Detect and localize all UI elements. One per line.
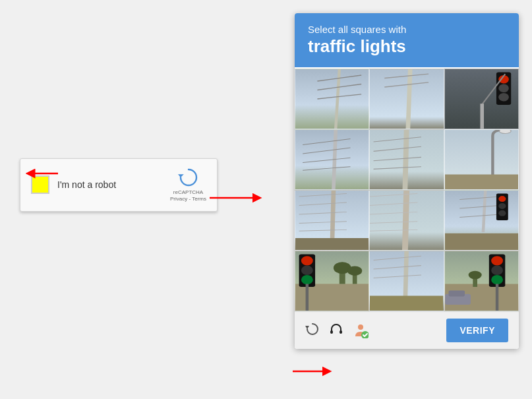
grid-cell-2-3[interactable] bbox=[444, 129, 519, 190]
grid-cell-3-1[interactable] bbox=[295, 190, 369, 251]
svg-rect-39 bbox=[295, 238, 369, 250]
svg-line-12 bbox=[385, 74, 429, 78]
grid-cell-1-3[interactable] bbox=[444, 69, 519, 129]
svg-line-29 bbox=[374, 167, 421, 169]
refresh-icon[interactable] bbox=[305, 322, 320, 340]
svg-line-21 bbox=[303, 139, 350, 145]
svg-point-58 bbox=[301, 256, 313, 265]
svg-line-11 bbox=[408, 69, 410, 129]
svg-line-22 bbox=[303, 148, 350, 154]
svg-line-34 bbox=[299, 194, 347, 197]
svg-line-43 bbox=[370, 212, 417, 214]
captcha-footer: VERIFY bbox=[295, 311, 519, 349]
svg-point-59 bbox=[301, 266, 313, 275]
svg-line-44 bbox=[370, 222, 417, 224]
svg-point-73 bbox=[491, 256, 503, 265]
svg-line-23 bbox=[303, 158, 350, 162]
svg-point-51 bbox=[498, 196, 506, 202]
grid-cell-3-3[interactable] bbox=[444, 190, 519, 251]
svg-point-75 bbox=[491, 275, 503, 284]
svg-rect-82 bbox=[330, 330, 333, 334]
svg-line-36 bbox=[299, 212, 347, 214]
svg-marker-0 bbox=[178, 174, 184, 177]
person-check-icon[interactable] bbox=[353, 322, 369, 338]
svg-point-17 bbox=[498, 93, 509, 102]
grid-cell-2-2[interactable] bbox=[369, 129, 444, 190]
svg-line-35 bbox=[299, 202, 347, 206]
svg-line-45 bbox=[370, 230, 417, 231]
recaptcha-widget: I'm not a robot reCAPTCHA Privacy - Term… bbox=[20, 158, 218, 212]
svg-line-26 bbox=[374, 137, 421, 142]
svg-rect-83 bbox=[340, 330, 342, 334]
captcha-instruction: Select all squares with bbox=[308, 24, 506, 35]
svg-marker-81 bbox=[305, 326, 309, 329]
arrow-to-person bbox=[293, 361, 332, 381]
svg-point-65 bbox=[347, 266, 362, 276]
svg-line-48 bbox=[459, 206, 500, 209]
svg-line-42 bbox=[370, 202, 417, 206]
svg-rect-78 bbox=[448, 290, 464, 296]
not-robot-checkbox[interactable] bbox=[31, 175, 49, 194]
recaptcha-branding: reCAPTCHA Privacy - Terms bbox=[170, 189, 206, 203]
svg-line-41 bbox=[370, 194, 417, 197]
svg-line-37 bbox=[299, 222, 347, 224]
recaptcha-logo: reCAPTCHA Privacy - Terms bbox=[170, 167, 206, 203]
svg-line-69 bbox=[374, 275, 421, 278]
not-robot-label: I'm not a robot bbox=[57, 179, 162, 190]
svg-line-38 bbox=[299, 230, 347, 231]
svg-line-68 bbox=[374, 266, 421, 269]
grid-cell-4-3[interactable] bbox=[444, 251, 519, 311]
recaptcha-icon bbox=[178, 167, 199, 188]
captcha-image-grid bbox=[295, 67, 519, 311]
grid-cell-2-1[interactable] bbox=[295, 129, 369, 190]
grid-cell-4-2[interactable] bbox=[369, 251, 444, 311]
svg-line-49 bbox=[459, 214, 500, 218]
captcha-header: Select all squares with traffic lights bbox=[295, 13, 519, 67]
svg-line-46 bbox=[483, 191, 485, 232]
svg-point-16 bbox=[498, 84, 509, 93]
svg-rect-70 bbox=[370, 296, 443, 311]
svg-rect-19 bbox=[480, 104, 484, 129]
svg-rect-61 bbox=[306, 284, 309, 311]
svg-point-60 bbox=[301, 275, 313, 284]
svg-point-80 bbox=[468, 271, 481, 280]
svg-rect-76 bbox=[495, 284, 498, 311]
svg-point-74 bbox=[491, 266, 503, 275]
svg-line-24 bbox=[303, 167, 350, 170]
svg-point-31 bbox=[499, 130, 511, 133]
audio-icon[interactable] bbox=[329, 322, 343, 340]
svg-line-40 bbox=[405, 191, 407, 250]
svg-line-28 bbox=[374, 157, 421, 160]
arrow-to-captcha bbox=[210, 188, 262, 208]
svg-line-67 bbox=[374, 256, 421, 260]
svg-point-53 bbox=[498, 210, 506, 216]
svg-line-47 bbox=[459, 197, 500, 200]
grid-cell-1-1[interactable] bbox=[295, 69, 369, 129]
footer-icons bbox=[305, 322, 369, 340]
svg-rect-32 bbox=[445, 175, 518, 190]
svg-point-52 bbox=[498, 203, 506, 209]
grid-cell-4-1[interactable] bbox=[295, 251, 369, 311]
svg-rect-54 bbox=[445, 233, 518, 250]
grid-cell-3-2[interactable] bbox=[369, 190, 444, 251]
svg-line-10 bbox=[317, 94, 361, 99]
svg-line-27 bbox=[374, 146, 421, 151]
svg-line-13 bbox=[385, 82, 429, 87]
verify-button[interactable]: VERIFY bbox=[446, 319, 508, 342]
grid-cell-1-2[interactable] bbox=[369, 69, 444, 129]
svg-point-84 bbox=[358, 324, 363, 330]
captcha-subject: traffic lights bbox=[308, 36, 506, 57]
captcha-panel: Select all squares with traffic lights bbox=[295, 13, 519, 349]
